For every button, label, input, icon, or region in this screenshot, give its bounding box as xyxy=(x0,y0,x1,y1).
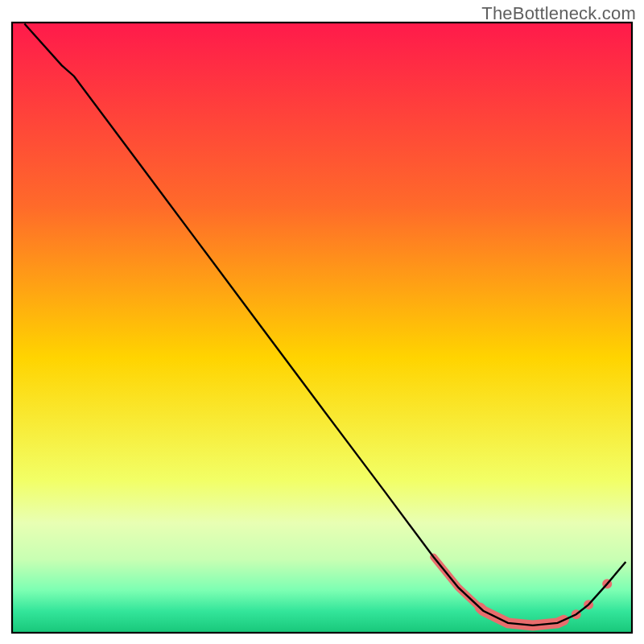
bottleneck-chart xyxy=(0,0,644,644)
heatmap-background xyxy=(12,23,632,633)
chart-container: { "attribution": "TheBottleneck.com", "c… xyxy=(0,0,644,644)
